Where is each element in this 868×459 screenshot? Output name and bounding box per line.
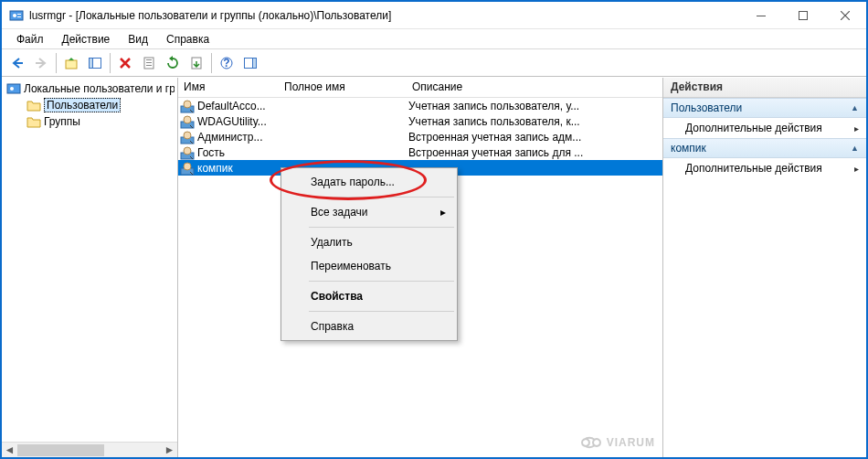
window-title: lusrmgr - [Локальные пользователи и груп… bbox=[29, 9, 740, 22]
actions-group-label: Пользователи bbox=[671, 101, 742, 114]
cell-name: Администр... bbox=[178, 130, 279, 144]
minimize-button[interactable] bbox=[740, 2, 782, 28]
delete-button[interactable] bbox=[114, 52, 136, 74]
cell-description: Учетная запись пользователя, к... bbox=[407, 115, 662, 128]
actions-body: Пользователи▲Дополнительные действия▸ком… bbox=[663, 98, 866, 178]
help-button[interactable]: ? bbox=[216, 52, 238, 74]
lusrmgr-icon bbox=[6, 81, 21, 96]
actions-item[interactable]: Дополнительные действия▸ bbox=[663, 158, 866, 178]
row-name-text: WDAGUtility... bbox=[197, 115, 267, 128]
actions-item[interactable]: Дополнительные действия▸ bbox=[663, 118, 866, 138]
submenu-arrow-icon: ▸ bbox=[440, 206, 446, 219]
svg-point-25 bbox=[184, 132, 191, 139]
user-icon bbox=[180, 114, 195, 129]
cell-name: DefaultAcco... bbox=[178, 99, 279, 113]
user-row[interactable]: WDAGUtility...Учетная запись пользовател… bbox=[178, 113, 662, 129]
refresh-button[interactable] bbox=[162, 52, 184, 74]
svg-rect-10 bbox=[146, 59, 152, 60]
svg-point-23 bbox=[184, 116, 191, 123]
user-icon bbox=[180, 99, 195, 113]
cell-description: Встроенная учетная запись для ... bbox=[407, 146, 662, 159]
row-name-text: Администр... bbox=[197, 131, 262, 144]
svg-point-29 bbox=[184, 163, 191, 170]
menu-action[interactable]: Действие bbox=[53, 31, 120, 48]
cell-name: WDAGUtility... bbox=[178, 114, 279, 129]
tree-root[interactable]: Локальные пользователи и гру bbox=[5, 80, 175, 97]
scroll-thumb[interactable] bbox=[17, 444, 104, 456]
svg-point-21 bbox=[184, 101, 191, 108]
column-name[interactable]: Имя bbox=[178, 78, 279, 97]
svg-rect-11 bbox=[146, 62, 152, 63]
scroll-track[interactable] bbox=[17, 443, 162, 457]
show-hide-tree-button[interactable] bbox=[84, 52, 106, 74]
user-row[interactable]: Администр...Встроенная учетная запись ад… bbox=[178, 129, 662, 144]
properties-button[interactable] bbox=[138, 52, 160, 74]
svg-point-19 bbox=[10, 87, 14, 91]
user-icon bbox=[180, 130, 195, 144]
submenu-arrow-icon: ▸ bbox=[854, 164, 859, 174]
svg-rect-3 bbox=[17, 16, 21, 17]
svg-rect-12 bbox=[146, 65, 152, 66]
context-menu-item[interactable]: Задать пароль... bbox=[283, 170, 455, 194]
show-hide-actions-button[interactable] bbox=[239, 52, 261, 74]
tree-item-users[interactable]: Пользователи bbox=[5, 97, 175, 113]
menu-help[interactable]: Справка bbox=[157, 31, 218, 48]
scroll-right-button[interactable]: ► bbox=[162, 443, 177, 458]
titlebar: lusrmgr - [Локальные пользователи и груп… bbox=[2, 2, 866, 29]
column-fullname[interactable]: Полное имя bbox=[279, 78, 407, 97]
export-button[interactable] bbox=[185, 52, 207, 74]
actions-item-label: Дополнительные действия bbox=[685, 122, 822, 134]
context-menu-item[interactable]: Удалить bbox=[283, 230, 455, 254]
cell-description: Учетная запись пользователя, у... bbox=[407, 100, 662, 112]
svg-rect-17 bbox=[253, 59, 257, 69]
app-icon bbox=[9, 8, 24, 23]
row-name-text: компик bbox=[197, 162, 233, 175]
context-menu-item[interactable]: Переименовать bbox=[283, 254, 455, 278]
svg-point-1 bbox=[13, 14, 16, 17]
actions-header: Действия bbox=[663, 78, 866, 98]
content-area: Локальные пользователи и гру Пользовател… bbox=[2, 77, 866, 457]
user-icon bbox=[180, 161, 195, 176]
context-menu-separator bbox=[309, 197, 454, 197]
actions-group-label: компик bbox=[671, 142, 706, 155]
menu-view[interactable]: Вид bbox=[119, 31, 157, 48]
back-button[interactable] bbox=[6, 52, 28, 74]
folder-icon bbox=[26, 98, 41, 112]
row-name-text: DefaultAcco... bbox=[197, 100, 266, 112]
tree-horizontal-scrollbar[interactable]: ◄ ► bbox=[2, 442, 177, 457]
list-header: Имя Полное имя Описание bbox=[178, 78, 662, 98]
forward-button[interactable] bbox=[30, 52, 52, 74]
context-menu-separator bbox=[309, 281, 454, 282]
context-menu-separator bbox=[309, 311, 454, 312]
menubar: Файл Действие Вид Справка bbox=[2, 29, 866, 49]
list-body: DefaultAcco...Учетная запись пользовател… bbox=[178, 98, 662, 176]
tree-item-groups[interactable]: Группы bbox=[5, 113, 175, 130]
cell-name: компик bbox=[178, 161, 279, 176]
tree-pane: Локальные пользователи и гру Пользовател… bbox=[2, 78, 178, 457]
collapse-arrow-icon: ▲ bbox=[851, 103, 859, 112]
context-menu-item[interactable]: Свойства bbox=[283, 284, 455, 308]
close-button[interactable] bbox=[824, 2, 866, 28]
actions-group-title[interactable]: Пользователи▲ bbox=[663, 98, 866, 118]
menu-file[interactable]: Файл bbox=[7, 31, 53, 48]
user-row[interactable]: DefaultAcco...Учетная запись пользовател… bbox=[178, 98, 662, 113]
user-row[interactable]: ГостьВстроенная учетная запись для ... bbox=[178, 144, 662, 160]
context-menu-item[interactable]: Справка bbox=[283, 315, 455, 338]
toolbar-separator bbox=[211, 53, 212, 73]
toolbar-separator bbox=[56, 53, 57, 73]
collapse-arrow-icon: ▲ bbox=[851, 144, 859, 153]
up-button[interactable] bbox=[60, 52, 82, 74]
context-menu-item[interactable]: Все задачи▸ bbox=[283, 200, 455, 224]
svg-text:?: ? bbox=[223, 57, 229, 69]
app-window: lusrmgr - [Локальные пользователи и груп… bbox=[0, 0, 868, 459]
maximize-button[interactable] bbox=[782, 2, 824, 28]
svg-rect-2 bbox=[17, 14, 21, 15]
folder-icon bbox=[26, 114, 41, 129]
row-name-text: Гость bbox=[197, 146, 225, 159]
toolbar: ? bbox=[2, 49, 866, 77]
actions-group-title[interactable]: компик▲ bbox=[663, 138, 866, 158]
scroll-left-button[interactable]: ◄ bbox=[2, 443, 17, 458]
svg-rect-6 bbox=[66, 60, 77, 69]
column-description[interactable]: Описание bbox=[407, 78, 662, 97]
tree-item-label: Пользователи bbox=[44, 98, 121, 112]
